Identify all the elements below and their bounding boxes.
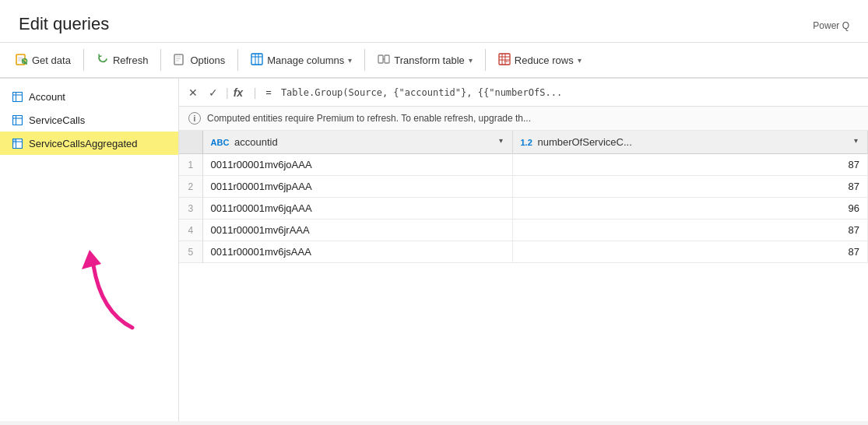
- toolbar-sep-3: [237, 49, 238, 71]
- get-data-label: Get data: [32, 54, 71, 66]
- data-table: ABC accountid ▾ 1.2 numberOfServiceC... …: [179, 131, 868, 263]
- row-num-2: 2: [179, 176, 202, 198]
- svg-rect-14: [385, 55, 389, 63]
- manage-columns-dropdown-arrow: ▾: [348, 56, 352, 65]
- refresh-label: Refresh: [113, 54, 149, 66]
- cell-value-2: 96: [512, 198, 868, 220]
- cell-accountid-0: 0011r00001mv6joAAA: [202, 154, 512, 176]
- row-num-1: 1: [179, 154, 202, 176]
- sidebar-item-service-calls-aggregated[interactable]: ServiceCallsAggregated: [0, 132, 178, 155]
- toolbar-sep-1: [83, 49, 84, 71]
- account-label: Account: [29, 91, 65, 103]
- table-row: 5 0011r00001mv6jsAAA 87: [179, 241, 868, 263]
- accountid-type: ABC: [211, 138, 230, 147]
- toolbar-sep-4: [364, 49, 365, 71]
- svg-rect-15: [499, 54, 510, 65]
- numberofservicec-filter-button[interactable]: ▾: [852, 136, 859, 145]
- options-button[interactable]: Options: [164, 48, 234, 72]
- col-header-accountid: ABC accountid ▾: [202, 131, 512, 154]
- cell-accountid-4: 0011r00001mv6jsAAA: [202, 241, 512, 263]
- reduce-rows-button[interactable]: Reduce rows ▾: [489, 48, 591, 72]
- accountid-filter-button[interactable]: ▾: [497, 136, 504, 145]
- options-label: Options: [190, 54, 225, 66]
- table-row: 4 0011r00001mv6jrAAA 87: [179, 220, 868, 241]
- formula-sep: |: [226, 86, 229, 99]
- formula-confirm-button[interactable]: ✓: [206, 85, 221, 100]
- table-row: 3 0011r00001mv6jqAAA 96: [179, 198, 868, 220]
- cell-accountid-3: 0011r00001mv6jrAAA: [202, 220, 512, 241]
- app-label: Power Q: [813, 20, 849, 34]
- title-bar: Edit queries Power Q: [0, 0, 868, 43]
- numberofservicec-type: 1.2: [521, 138, 532, 147]
- manage-columns-icon: [251, 53, 263, 68]
- cell-accountid-2: 0011r00001mv6jqAAA: [202, 198, 512, 220]
- info-icon: i: [188, 112, 201, 125]
- manage-columns-label: Manage columns: [267, 54, 344, 66]
- account-table-icon: [11, 90, 23, 103]
- table-row: 1 0011r00001mv6joAAA 87: [179, 154, 868, 176]
- svg-rect-9: [251, 54, 262, 65]
- cell-value-4: 87: [512, 241, 868, 263]
- reduce-rows-label: Reduce rows: [515, 54, 574, 66]
- content-area: ✕ ✓ | fx | = Table.Group(Source, {"accou…: [179, 79, 868, 421]
- info-message: Computed entities require Premium to ref…: [207, 113, 531, 124]
- cell-value-1: 87: [512, 176, 868, 198]
- toolbar: Get data Refresh Options: [0, 43, 868, 79]
- cell-value-3: 87: [512, 220, 868, 241]
- formula-sep-2: |: [254, 86, 257, 99]
- service-calls-aggregated-label: ServiceCallsAggregated: [29, 138, 137, 149]
- data-table-wrapper: ABC accountid ▾ 1.2 numberOfServiceC... …: [179, 131, 868, 421]
- formula-cancel-button[interactable]: ✕: [185, 85, 201, 100]
- page-title: Edit queries: [19, 14, 109, 34]
- sidebar-item-account[interactable]: Account: [0, 85, 178, 108]
- formula-fx-label: fx: [234, 86, 249, 99]
- cell-value-0: 87: [512, 154, 868, 176]
- svg-rect-21: [12, 92, 22, 101]
- toolbar-sep-2: [160, 49, 161, 71]
- sidebar: Account ServiceCalls: [0, 79, 179, 421]
- accountid-col-label: accountid: [234, 136, 278, 148]
- info-bar: i Computed entities require Premium to r…: [179, 107, 868, 131]
- transform-table-button[interactable]: Transform table ▾: [368, 48, 482, 72]
- options-icon: [174, 53, 186, 68]
- cell-accountid-1: 0011r00001mv6jpAAA: [202, 176, 512, 198]
- service-calls-aggregated-table-icon: [11, 137, 23, 149]
- formula-bar: ✕ ✓ | fx | = Table.Group(Source, {"accou…: [179, 79, 868, 107]
- main-layout: Account ServiceCalls: [0, 79, 868, 421]
- row-num-5: 5: [179, 241, 202, 263]
- row-num-4: 4: [179, 220, 202, 241]
- formula-eq: =: [261, 86, 276, 98]
- table-header-row: ABC accountid ▾ 1.2 numberOfServiceC... …: [179, 131, 868, 154]
- reduce-rows-icon: [498, 53, 511, 68]
- service-calls-table-icon: [11, 114, 23, 126]
- svg-rect-30: [13, 139, 16, 142]
- svg-rect-31: [13, 142, 16, 144]
- get-data-button[interactable]: Get data: [6, 48, 80, 72]
- refresh-button[interactable]: Refresh: [87, 48, 158, 72]
- svg-rect-13: [378, 55, 383, 63]
- numberofservicec-col-label: numberOfServiceC...: [537, 136, 631, 148]
- reduce-rows-dropdown-arrow: ▾: [578, 56, 582, 65]
- transform-table-icon: [378, 53, 390, 68]
- transform-table-label: Transform table: [394, 54, 465, 66]
- service-calls-label: ServiceCalls: [29, 114, 85, 126]
- svg-rect-24: [12, 115, 22, 125]
- col-header-numberofservicec: 1.2 numberOfServiceC... ▾: [512, 131, 868, 154]
- transform-table-dropdown-arrow: ▾: [469, 56, 473, 65]
- toolbar-sep-5: [485, 49, 486, 71]
- sidebar-item-service-calls[interactable]: ServiceCalls: [0, 108, 178, 132]
- refresh-icon: [97, 53, 109, 68]
- formula-text[interactable]: Table.Group(Source, {"accountid"}, {{"nu…: [281, 87, 562, 98]
- svg-rect-5: [174, 54, 183, 65]
- manage-columns-button[interactable]: Manage columns ▾: [241, 48, 361, 72]
- row-num-3: 3: [179, 198, 202, 220]
- get-data-icon: [16, 53, 28, 68]
- table-row: 2 0011r00001mv6jpAAA 87: [179, 176, 868, 198]
- row-num-header: [179, 131, 202, 154]
